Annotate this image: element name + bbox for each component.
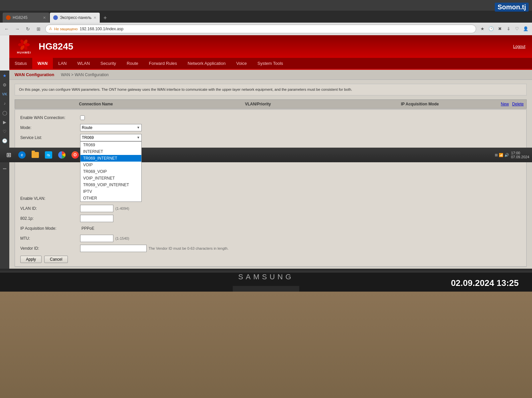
router-subheader: WAN Configuration WAN > WAN Configuratio… xyxy=(9,70,532,80)
ie-icon: e xyxy=(18,151,26,159)
browser-addressbar: ← → ↻ ⊞ ⚠ Не защищено 192.168.100.1/inde… xyxy=(0,23,532,35)
mode-arrow-icon: ▼ xyxy=(137,126,140,129)
mode-select[interactable]: Route ▼ xyxy=(80,124,142,131)
forward-button[interactable]: → xyxy=(13,25,21,33)
taskbar-chrome[interactable] xyxy=(56,149,68,161)
enable-vlan-label: Enable VLAN: xyxy=(20,196,80,201)
dropdown-item-other[interactable]: OTHER xyxy=(80,195,141,201)
sidebar-circle-icon[interactable]: ◯ xyxy=(1,109,8,116)
folder-icon xyxy=(32,152,39,158)
vendor-id-hint: The Vendor ID must be 0-63 characters in… xyxy=(149,246,228,250)
service-select-area: TR069 ▼ TR069 INTERNET TR069_INTERNET VO… xyxy=(80,134,142,141)
address-bar[interactable]: ⚠ Не защищено 192.168.100.1/index.asp xyxy=(45,25,476,33)
tab-label-hg8245: HG8245 xyxy=(13,15,28,20)
taskbar-ie[interactable]: e xyxy=(16,149,28,161)
sidebar-settings-icon[interactable]: ⚙ xyxy=(1,81,8,88)
browser-actions: ★ 🕑 ✖ ⇓ ♡ 👤 xyxy=(479,25,529,33)
vendor-id-label: Vendor ID: xyxy=(20,246,80,251)
dropdown-item-tr069-voip-internet[interactable]: TR069_VOIP_INTERNET xyxy=(80,182,141,188)
vlan-id-hint: (1-4094) xyxy=(115,206,129,210)
service-list-select[interactable]: TR069 ▼ xyxy=(80,134,142,141)
nav-wlan[interactable]: WLAN xyxy=(72,58,95,69)
sidebar-more-icon[interactable]: ••• xyxy=(1,165,8,172)
router-footer: ❀ Copyright © Huawei Technologies Co., L… xyxy=(15,267,527,269)
mode-select-container: Route ▼ xyxy=(80,124,142,131)
nav-route[interactable]: Route xyxy=(121,58,144,69)
nav-forward[interactable]: Forward Rules xyxy=(144,58,183,69)
nav-tools[interactable]: System Tools xyxy=(252,58,288,69)
vlan-id-label: VLAN ID: xyxy=(20,206,80,211)
new-button[interactable]: New xyxy=(501,102,509,106)
sidebar-clock-icon[interactable]: 🕐 xyxy=(1,137,8,144)
dropdown-item-iptv[interactable]: IPTV xyxy=(80,188,141,195)
new-tab-button[interactable]: + xyxy=(100,13,110,23)
download-icon[interactable]: ⇓ xyxy=(505,25,512,33)
model-name: HG8245 xyxy=(39,41,506,52)
dropdown-item-tr069-voip[interactable]: TR069_VOIP xyxy=(80,168,141,175)
enable-wan-row: Enable WAN Connection: xyxy=(20,113,521,122)
heart-icon[interactable]: ♡ xyxy=(513,25,521,33)
nav-security[interactable]: Security xyxy=(95,58,121,69)
svg-point-5 xyxy=(18,43,23,47)
sidebar-tiktok-icon[interactable]: ♪ xyxy=(1,100,8,107)
subheader-title: WAN Configuration xyxy=(15,72,54,77)
desk-surface xyxy=(0,292,532,398)
mode-row: Mode: Route ▼ xyxy=(20,123,521,132)
dropdown-item-tr069-internet[interactable]: TR069_INTERNET xyxy=(80,155,141,162)
table-actions: New Delete xyxy=(501,102,526,106)
tab-close-hg8245[interactable]: ✕ xyxy=(43,16,46,20)
huawei-flower-icon xyxy=(16,39,32,51)
tab-close-express[interactable]: ✕ xyxy=(93,16,96,20)
ip-mode-value: PPPoE xyxy=(81,226,94,231)
taskbar-store[interactable]: 🛍 xyxy=(43,149,55,161)
tab-expresspanel[interactable]: Экспресс-панель ✕ xyxy=(50,13,100,23)
history-icon[interactable]: 🕑 xyxy=(487,25,495,33)
start-button[interactable]: ⊞ xyxy=(3,149,15,161)
reload-button[interactable]: ↻ xyxy=(24,25,32,33)
nav-wan[interactable]: WAN xyxy=(32,58,53,69)
tab-favicon-hg8245 xyxy=(6,15,11,20)
taskbar-opera-o[interactable]: O xyxy=(69,149,81,161)
datetime-overlay: 02.09.2024 13:25 xyxy=(451,278,519,288)
nav-netapp[interactable]: Network Application xyxy=(182,58,231,69)
logout-button[interactable]: Logout xyxy=(513,44,525,49)
col-ip-mode: IP Acquisition Mode xyxy=(339,102,501,106)
sidebar-home-icon[interactable]: ★ xyxy=(1,72,8,79)
bookmark-icon[interactable]: ★ xyxy=(479,25,486,33)
delete-button[interactable]: Delete xyxy=(512,102,524,106)
somon-watermark: Somon.tj xyxy=(495,3,529,12)
store-icon: 🛍 xyxy=(45,151,52,159)
tab-hg8245[interactable]: HG8245 ✕ xyxy=(3,13,49,23)
enable-wan-label: Enable WAN Connection: xyxy=(20,115,80,120)
vlan-id-input[interactable] xyxy=(80,205,113,212)
vendor-id-input[interactable] xyxy=(80,245,147,252)
nav-voice[interactable]: Voice xyxy=(231,58,252,69)
mode-value: Route xyxy=(82,125,92,130)
sidebar-heart-icon[interactable]: ♡ xyxy=(1,128,8,135)
systray-time: 17:0007.09.2024 xyxy=(511,151,529,159)
close-tab-icon[interactable]: ✖ xyxy=(496,25,503,33)
mtu-hint: (1-1540) xyxy=(115,236,129,240)
apps-button[interactable]: ⊞ xyxy=(35,25,43,33)
sidebar-vk-icon[interactable]: VK xyxy=(1,90,8,98)
nav-status[interactable]: Status xyxy=(9,58,32,69)
dropdown-item-internet[interactable]: INTERNET xyxy=(80,148,141,155)
8021p-input[interactable] xyxy=(80,215,113,222)
dropdown-item-voip-internet[interactable]: VOIP_INTERNET xyxy=(80,175,141,182)
enable-wan-checkbox[interactable] xyxy=(80,115,85,120)
dropdown-item-tr069[interactable]: TR069 xyxy=(80,142,141,148)
systray-icons: ⊞ 📶 🔊 xyxy=(495,153,509,157)
sidebar-arrow-icon[interactable]: ▶ xyxy=(1,118,8,126)
cancel-button[interactable]: Cancel xyxy=(44,256,68,263)
mtu-input[interactable] xyxy=(80,235,113,242)
taskbar-folder[interactable] xyxy=(29,149,41,161)
service-dropdown: TR069 INTERNET TR069_INTERNET VOIP TR069… xyxy=(80,141,142,202)
back-button[interactable]: ← xyxy=(3,25,11,33)
col-vlan: VLAN/Priority xyxy=(177,102,339,106)
apply-button[interactable]: Apply xyxy=(20,256,42,263)
mode-label: Mode: xyxy=(20,125,80,130)
ip-mode-row: IP Acquisition Mode: PPPoE xyxy=(20,224,521,233)
dropdown-item-voip[interactable]: VOIP xyxy=(80,162,141,168)
profile-icon[interactable]: 👤 xyxy=(522,25,529,33)
nav-lan[interactable]: LAN xyxy=(53,58,72,69)
